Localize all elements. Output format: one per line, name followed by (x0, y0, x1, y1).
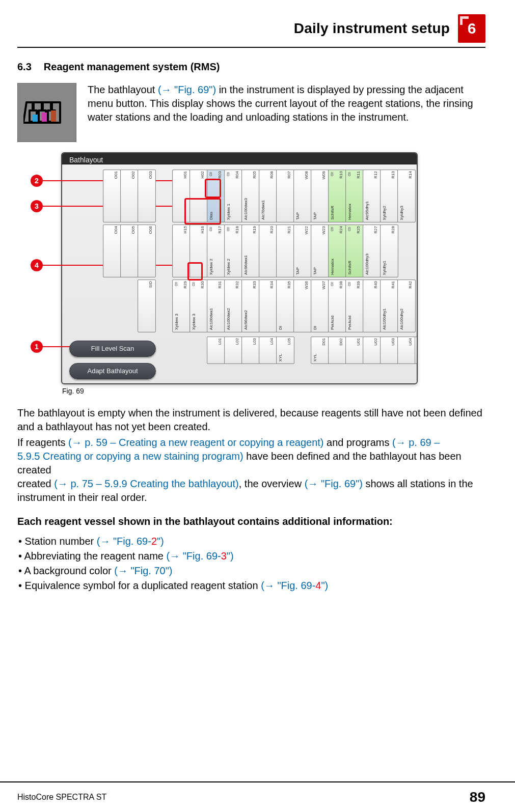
station-cell[interactable]: R33Alc96dwx2 (241, 279, 260, 332)
station-cell[interactable]: L05XYL (276, 337, 294, 364)
station-cell[interactable]: O04 (103, 225, 121, 277)
station-cell[interactable]: W37DI (311, 279, 329, 332)
bathlayout-titlebar: Bathlayout (62, 153, 417, 164)
callout-2: 2 (31, 175, 43, 187)
station-cell[interactable]: SID (138, 279, 156, 332)
section-number: 6.3 (17, 60, 32, 74)
svg-rect-0 (33, 115, 38, 122)
station-cell[interactable]: R07 (276, 170, 294, 222)
list-item: A background color (→ "Fig. 70") (18, 564, 485, 578)
station-cell[interactable]: R34 (259, 279, 277, 332)
station-cell[interactable]: W23TAP (311, 225, 329, 277)
link-fig69[interactable]: (→ "Fig. 69") (158, 84, 216, 95)
station-cell[interactable]: O05 (120, 225, 139, 277)
station-cell[interactable]: U03 (380, 337, 398, 364)
bullet-list: Station number (→ "Fig. 69-2")Abbreviati… (17, 535, 485, 593)
station-cell[interactable]: R25SchifsR8 (345, 225, 364, 277)
link-ref[interactable]: (→ "Fig. 69- (261, 580, 315, 591)
station-cell[interactable]: R41Alc100dhy1 (380, 279, 398, 332)
page-number: 89 (470, 788, 485, 807)
station-cell[interactable]: R28Xyldhy1 (380, 225, 398, 277)
station-cell[interactable]: W36 (293, 279, 312, 332)
footer-product: HistoCore SPECTRA ST (17, 792, 106, 803)
station-cell[interactable]: R12Alc95dhy1 (363, 170, 381, 222)
station-cell[interactable]: L03 (241, 337, 260, 364)
station-cell[interactable]: R03Dias8 (207, 170, 225, 222)
station-cell[interactable]: U02 (363, 337, 381, 364)
chapter-badge: 6 (458, 14, 485, 43)
adapt-bathlayout-button[interactable]: Adapt Bathlayout (69, 363, 156, 379)
bathlayout-panel: Bathlayout O01O02O03H01H02R03Dias8R04Xyl… (61, 152, 418, 384)
station-cell[interactable]: O03 (138, 170, 156, 222)
section-title: Reagent management system (RMS) (44, 60, 220, 74)
link-fig69b[interactable]: (→ "Fig. 69") (305, 478, 363, 489)
figure-caption: Fig. 69 (62, 386, 418, 396)
station-cell[interactable]: H02 (189, 170, 208, 222)
callout-1: 1 (31, 341, 43, 353)
svg-rect-2 (51, 110, 56, 122)
station-cell[interactable]: H16 (189, 225, 208, 277)
station-cell[interactable]: L01 (207, 337, 225, 364)
station-cell[interactable]: R13Xyldhy2 (380, 170, 398, 222)
bathlayout-menu-icon (17, 83, 76, 142)
body-text: The bathlayout is empty when the instrum… (17, 406, 485, 505)
station-cell[interactable]: H15 (172, 225, 191, 277)
chapter-title: Daily instrument setup (294, 19, 450, 38)
station-cell[interactable]: R30Xyldwx 38 (189, 279, 208, 332)
station-cell[interactable]: R21 (276, 225, 294, 277)
station-cell[interactable]: W22TAP (293, 225, 312, 277)
station-cell[interactable]: R05Alc100dwx3 (241, 170, 260, 222)
list-item: Equivalence symbol for a duplicated reag… (18, 579, 485, 593)
station-cell[interactable]: R35DI (276, 279, 294, 332)
station-cell[interactable]: L02 (224, 337, 242, 364)
station-cell[interactable]: R18Xyldwx 28 (224, 225, 242, 277)
station-cell[interactable]: O02 (120, 170, 139, 222)
station-cell[interactable]: R31Alc100dwx1 (207, 279, 225, 332)
station-cell[interactable]: W09TAP (311, 170, 329, 222)
header-rule (17, 47, 485, 48)
station-cell[interactable]: W08TAP (293, 170, 312, 222)
link-ref[interactable]: (→ "Fig. 69- (97, 536, 151, 547)
station-cell[interactable]: R20 (259, 225, 277, 277)
station-cell[interactable]: R42Alc100dhy2 (397, 279, 416, 332)
station-cell[interactable]: U05 (415, 337, 418, 364)
list-item: Abbreviating the reagent name (→ "Fig. 6… (18, 549, 485, 563)
station-cell[interactable]: U01 (345, 337, 364, 364)
station-cell[interactable]: D01XYL (311, 337, 329, 364)
link-p69a[interactable]: (→ p. 69 – (392, 437, 440, 448)
station-cell[interactable]: R39PerAcid8 (345, 279, 364, 332)
intro-paragraph: The bathlayout (→ "Fig. 69") in the inst… (88, 83, 485, 142)
callout-3: 3 (31, 200, 43, 212)
list-item: Station number (→ "Fig. 69-2") (18, 535, 485, 548)
station-cell[interactable]: R24Hematox8 (328, 225, 346, 277)
station-cell[interactable]: L04 (259, 337, 277, 364)
station-cell[interactable]: O06 (138, 225, 156, 277)
link-ref[interactable]: (→ "Fig. 69- (167, 550, 221, 562)
station-cell[interactable]: R17Xyldwx 28 (207, 225, 225, 277)
subheading: Each reagent vessel shown in the bathlay… (17, 515, 485, 528)
link-p75[interactable]: (→ p. 75 – 5.9.9 Creating the bathlayout… (54, 478, 238, 489)
station-cell[interactable]: R06Alc70dwx1 (259, 170, 277, 222)
station-cell[interactable]: R27Alc100dhy3 (363, 225, 381, 277)
station-cell[interactable]: R10SchifsR8 (328, 170, 346, 222)
link-ref[interactable]: (→ "Fig. 70") (114, 565, 172, 576)
station-cell[interactable]: O01 (103, 170, 121, 222)
station-cell[interactable]: R11Hematox8 (345, 170, 364, 222)
station-cell[interactable]: R38PerAcid8 (328, 279, 346, 332)
fill-level-scan-button[interactable]: Fill Level Scan (69, 341, 156, 357)
link-p69b[interactable]: 5.9.5 Creating or copying a new staining… (17, 451, 243, 462)
station-cell[interactable]: R29Xyldwx 38 (172, 279, 191, 332)
station-cell[interactable]: R32Alc100dwx2 (224, 279, 242, 332)
station-cell[interactable]: H01 (172, 170, 191, 222)
callout-4: 4 (31, 259, 43, 271)
station-cell[interactable]: R04Xyldwx 18 (224, 170, 242, 222)
station-cell[interactable]: R14Xyldhy3 (397, 170, 416, 222)
link-p59[interactable]: (→ p. 59 – Creating a new reagent or cop… (68, 437, 323, 448)
station-cell[interactable]: R40 (363, 279, 381, 332)
station-cell[interactable]: D02 (328, 337, 346, 364)
station-cell[interactable]: R19Alc96dwx1 (241, 225, 260, 277)
svg-rect-1 (42, 113, 47, 122)
station-cell[interactable]: U04 (397, 337, 416, 364)
